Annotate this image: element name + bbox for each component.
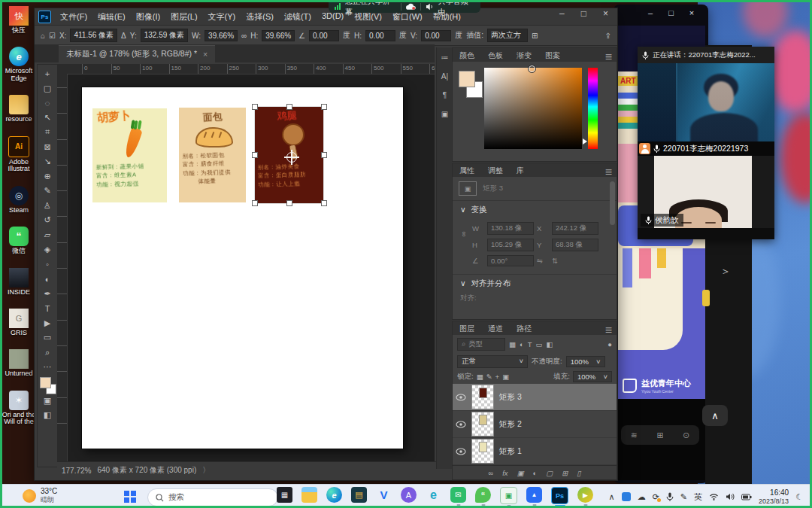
panel-tab[interactable]: 图案	[538, 48, 567, 62]
phone-maximize-button[interactable]: □	[668, 8, 674, 17]
constrain-link-icon[interactable]: ∞	[460, 232, 468, 242]
layer-mask-icon[interactable]: ▣	[517, 469, 524, 477]
layer-name[interactable]: 矩形 1	[499, 446, 522, 457]
chevron-right-icon[interactable]: ＞	[720, 265, 731, 278]
taskbar-app-icon[interactable]: e	[326, 487, 342, 503]
fullscreen-icon[interactable]: ⊞	[656, 430, 663, 440]
tool-button[interactable]: ▱	[44, 228, 50, 243]
taskbar-app-icon[interactable]: e	[426, 487, 441, 503]
panel-tab[interactable]: 调整	[481, 163, 510, 177]
phone-close-button[interactable]: ×	[689, 8, 694, 17]
blend-mode-select[interactable]: 正常˅	[457, 355, 528, 368]
desktop-icon[interactable]: 快 快压	[2, 6, 36, 34]
night-mode-moon-icon[interactable]: ☾	[795, 492, 803, 502]
tool-button[interactable]: ⌗	[45, 125, 50, 140]
saturation-brightness-field[interactable]	[484, 68, 582, 149]
filter-toggle-icon[interactable]: ●	[607, 340, 612, 348]
menu-item[interactable]: 图像(I)	[132, 10, 165, 24]
y-input[interactable]: 68.38 像	[552, 239, 598, 251]
tool-button[interactable]: ⌕	[45, 345, 50, 360]
quick-mask-button[interactable]: ▣	[44, 394, 51, 409]
desktop-icon[interactable]: Unturned	[2, 349, 36, 377]
tool-button[interactable]: ↘	[44, 154, 50, 169]
transform-handle[interactable]	[286, 200, 292, 206]
tool-button[interactable]: ✒	[44, 287, 50, 302]
document-tab[interactable]: 未标题-1 @ 178% (矩形 3, RGB/8#) * ×	[59, 45, 215, 62]
panel-tab[interactable]: 渐变	[510, 48, 538, 62]
layer-filter-search[interactable]: ⌕ 类型	[457, 338, 505, 351]
panel-tab[interactable]: 库	[510, 163, 531, 177]
power-icon[interactable]: ⊙	[683, 430, 689, 440]
fill-input[interactable]: 100%˅	[573, 371, 612, 382]
tool-button[interactable]: ✎	[44, 184, 50, 199]
lock-transparent-icon[interactable]: ▦	[477, 373, 483, 381]
transform-handle[interactable]	[321, 200, 327, 206]
taskbar-app-icon[interactable]	[301, 487, 317, 503]
delete-layer-icon[interactable]: ▯	[577, 469, 580, 477]
mic-tray-icon[interactable]	[666, 492, 674, 501]
transform-handle[interactable]	[252, 152, 258, 158]
tool-button[interactable]: T	[45, 301, 50, 316]
tray-chevron-icon[interactable]: ∧	[609, 492, 615, 502]
screen-mode-button[interactable]: ◧	[44, 408, 51, 423]
character-panel-icon[interactable]: A|	[441, 72, 448, 81]
panel-tab[interactable]: 图层	[453, 321, 481, 335]
vskew-input[interactable]: 0.00	[421, 30, 451, 41]
transform-handle[interactable]	[321, 104, 327, 110]
taskbar-app-icon[interactable]: “	[475, 487, 491, 503]
link-dimensions-icon[interactable]: ∞	[241, 32, 247, 40]
layer-row[interactable]: 矩形 3	[453, 384, 617, 411]
wifi-icon[interactable]	[709, 493, 719, 500]
pen-icon[interactable]: ✎	[680, 492, 687, 502]
angle-input[interactable]: 0.00	[309, 30, 339, 41]
taskbar-app-icon[interactable]: ✉	[450, 487, 466, 503]
panel-tab[interactable]: 属性	[453, 163, 481, 177]
tool-button[interactable]: ↺	[44, 213, 50, 228]
menu-item[interactable]: 图层(L)	[166, 10, 201, 24]
panel-scrollbar[interactable]	[610, 181, 615, 225]
taskbar-app-icon[interactable]: A	[401, 487, 417, 503]
transform-handle[interactable]	[286, 104, 292, 110]
tool-button[interactable]: ◐	[45, 272, 50, 287]
taskbar-app-icon[interactable]: ▲	[526, 487, 542, 503]
hue-slider[interactable]	[588, 68, 598, 149]
panel-menu-icon[interactable]: ≡	[601, 163, 617, 181]
opacity-input[interactable]: 100%˅	[566, 356, 605, 367]
clock[interactable]: 16:40 2023/8/13	[759, 488, 789, 505]
desktop-icon[interactable]: “ 微信	[2, 227, 36, 254]
glyphs-panel-icon[interactable]: ≔	[441, 53, 449, 62]
status-chevron-icon[interactable]: 〉	[202, 465, 210, 476]
w-input[interactable]: 39.66%	[205, 30, 238, 41]
filter-shape-icon[interactable]: ▭	[536, 340, 543, 348]
desktop-icon[interactable]: INSIDE	[2, 268, 36, 296]
desktop-icon[interactable]: e Microsoft Edge	[2, 47, 36, 82]
color-picker-handle[interactable]	[528, 65, 536, 73]
tab-close-icon[interactable]: ×	[203, 50, 208, 59]
width-input[interactable]: 130.18 像	[487, 222, 534, 235]
cast-icon[interactable]: ≋	[631, 430, 638, 440]
libraries-panel-icon[interactable]: ▣	[441, 110, 448, 118]
x-input[interactable]: 242.12 像	[552, 222, 598, 235]
taskbar-app-icon[interactable]: ▶	[577, 487, 593, 503]
tool-button[interactable]: +	[45, 66, 50, 81]
ps-maximize-button[interactable]: □	[581, 8, 586, 19]
zoom-level[interactable]: 177.72%	[62, 467, 91, 475]
tool-button[interactable]: ▢	[44, 81, 51, 96]
taskbar-app-icon[interactable]: ▤	[351, 487, 367, 503]
visibility-eye-icon[interactable]	[456, 448, 466, 455]
tool-button[interactable]: ▭	[44, 330, 51, 345]
layer-name[interactable]: 矩形 2	[499, 419, 522, 430]
menu-item[interactable]: 编辑(E)	[93, 10, 130, 24]
color-swatches[interactable]	[40, 377, 55, 394]
tool-button[interactable]: ◈	[44, 242, 50, 257]
panel-tab[interactable]: 路径	[510, 321, 538, 335]
onedrive-cloud-icon[interactable]: ☁	[638, 492, 646, 502]
filter-smartobject-icon[interactable]: ◧	[547, 340, 553, 348]
h-input[interactable]: 39.66%	[262, 30, 295, 41]
tool-button[interactable]: ▶	[44, 316, 50, 331]
phone-minimize-button[interactable]: –	[648, 8, 653, 17]
sync-icon[interactable]: ⟳	[653, 492, 659, 502]
participant-video-1[interactable]	[638, 63, 774, 141]
tool-button[interactable]: ⋯	[44, 360, 52, 375]
foreground-color-well[interactable]	[459, 71, 475, 87]
